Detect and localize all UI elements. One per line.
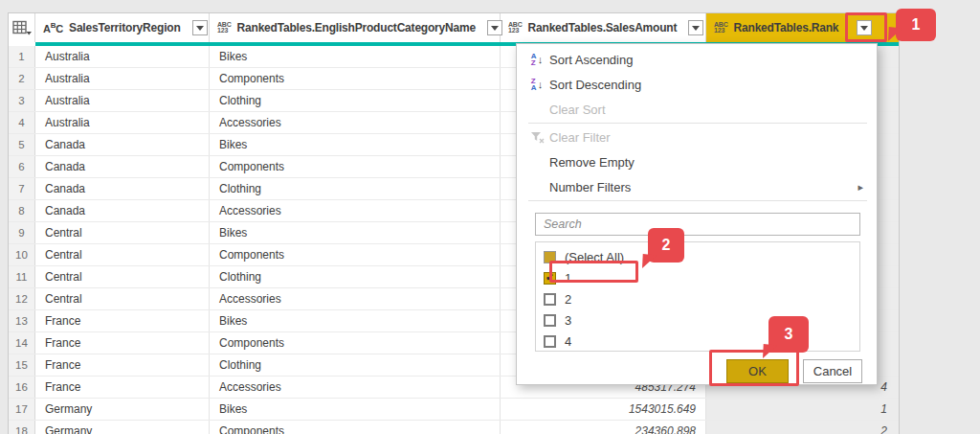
column-header-englishproductcategoryname[interactable]: ABC123 RankedTables.EnglishProductCatego… <box>210 13 501 42</box>
row-number[interactable]: 9 <box>9 222 35 243</box>
cell-region[interactable]: Canada <box>35 178 210 199</box>
cell-region[interactable]: Australia <box>35 90 210 111</box>
cell-region[interactable]: France <box>35 354 210 376</box>
cell-region[interactable]: Australia <box>35 68 210 89</box>
cell-region[interactable]: France <box>35 377 210 398</box>
row-number[interactable]: 6 <box>9 156 35 177</box>
cell-category[interactable]: Accessories <box>210 377 501 398</box>
row-number[interactable]: 5 <box>9 134 35 155</box>
cell-rank[interactable]: 2 <box>706 421 899 434</box>
filter-value-row[interactable]: ✔ 2 <box>536 288 859 309</box>
cell-region[interactable]: Germany <box>35 399 210 420</box>
row-number[interactable]: 8 <box>9 200 35 221</box>
annotation-step-1: 1 <box>896 9 936 41</box>
cell-salesamount[interactable]: 234360.898 <box>501 421 706 434</box>
menu-divider <box>528 123 867 124</box>
column-header-salesterritoryregion[interactable]: ABC SalesTerritoryRegion <box>35 13 210 42</box>
table-header-row: ABC SalesTerritoryRegion ABC123 RankedTa… <box>9 13 899 42</box>
row-number[interactable]: 1 <box>9 46 35 67</box>
row-number[interactable]: 12 <box>9 288 35 309</box>
cell-region[interactable]: France <box>35 310 210 331</box>
cell-region[interactable]: Canada <box>35 156 210 177</box>
filter-dropdown-button-amount[interactable] <box>688 20 703 35</box>
filter-search-input[interactable] <box>535 213 860 236</box>
cell-category[interactable]: Components <box>210 156 501 177</box>
filter-value-label: 2 <box>565 292 571 307</box>
any-type-icon: ABC123 <box>714 22 728 34</box>
table-row[interactable]: 17 Germany Bikes 1543015.649 1 <box>9 399 899 421</box>
cell-category[interactable]: Bikes <box>210 46 501 67</box>
cell-category[interactable]: Clothing <box>210 266 501 287</box>
cell-region[interactable]: Canada <box>35 134 210 155</box>
column-header-salesamount[interactable]: ABC123 RankedTables.SalesAmount <box>501 13 706 42</box>
cell-category[interactable]: Components <box>210 244 501 265</box>
table-corner-menu-button[interactable] <box>9 13 35 42</box>
cell-category[interactable]: Accessories <box>210 112 501 133</box>
filter-value-checkbox[interactable]: ✔ <box>544 335 556 348</box>
row-number[interactable]: 11 <box>9 266 35 287</box>
text-type-icon: ABC <box>43 21 63 34</box>
cell-region[interactable]: Central <box>35 222 210 243</box>
column-title: RankedTables.Rank <box>734 21 839 34</box>
table-row[interactable]: 18 Germany Components 234360.898 2 <box>9 421 899 434</box>
row-number[interactable]: 17 <box>9 399 35 420</box>
menu-item-sort-descending[interactable]: ZA↓ Sort Descending <box>517 72 877 97</box>
row-number[interactable]: 7 <box>9 178 35 199</box>
cell-region[interactable]: Canada <box>35 200 210 221</box>
filter-value-checkbox[interactable]: ✔ <box>544 314 556 327</box>
cell-region[interactable]: Australia <box>35 46 210 67</box>
cell-salesamount[interactable]: 1543015.649 <box>501 399 706 420</box>
column-title: RankedTables.SalesAmount <box>528 21 678 34</box>
row-number[interactable]: 14 <box>9 332 35 354</box>
submenu-arrow-icon: ▸ <box>858 181 863 194</box>
annotation-rect-value-1 <box>549 261 638 283</box>
cell-category[interactable]: Clothing <box>210 354 501 376</box>
sort-descending-icon: ZA↓ <box>528 78 546 91</box>
cell-region[interactable]: Central <box>35 244 210 265</box>
column-filter-menu: AZ↓ Sort Ascending ZA↓ Sort Descending C… <box>516 43 878 385</box>
cell-category[interactable]: Bikes <box>210 310 501 331</box>
cell-category[interactable]: Clothing <box>210 90 501 111</box>
cell-region[interactable]: Central <box>35 288 210 309</box>
menu-divider <box>528 200 867 201</box>
filter-value-label: 4 <box>565 334 571 349</box>
cell-region[interactable]: Australia <box>35 112 210 133</box>
cell-category[interactable]: Bikes <box>210 399 501 420</box>
row-number[interactable]: 15 <box>9 354 35 376</box>
row-number[interactable]: 3 <box>9 90 35 111</box>
filter-value-row[interactable]: ✔ 4 <box>536 331 859 352</box>
menu-item-sort-ascending[interactable]: AZ↓ Sort Ascending <box>517 47 877 72</box>
cell-category[interactable]: Components <box>210 421 501 434</box>
cell-category[interactable]: Accessories <box>210 288 501 309</box>
filter-dropdown-button-region[interactable] <box>192 20 208 35</box>
cell-category[interactable]: Components <box>210 332 501 354</box>
filter-value-row[interactable]: ✔ 3 <box>536 309 859 331</box>
cell-category[interactable]: Bikes <box>210 134 501 155</box>
cell-category[interactable]: Clothing <box>210 178 501 199</box>
cancel-button[interactable]: Cancel <box>803 359 862 383</box>
row-number[interactable]: 18 <box>9 421 35 434</box>
annotation-rect-ok <box>709 350 799 386</box>
cell-region[interactable]: Germany <box>35 421 210 434</box>
menu-item-clear-filter: Clear Filter <box>517 125 877 149</box>
cell-region[interactable]: France <box>35 332 210 354</box>
row-number[interactable]: 2 <box>9 68 35 89</box>
clear-filter-icon <box>528 131 546 144</box>
row-number[interactable]: 4 <box>9 112 35 133</box>
column-title: RankedTables.EnglishProductCategoryName <box>237 21 476 34</box>
menu-item-remove-empty[interactable]: Remove Empty <box>517 149 877 174</box>
cell-category[interactable]: Accessories <box>210 200 501 221</box>
menu-item-number-filters[interactable]: Number Filters ▸ <box>517 174 877 199</box>
cell-rank[interactable]: 1 <box>706 399 899 420</box>
filter-value-checkbox[interactable]: ✔ <box>544 293 556 306</box>
any-type-icon: ABC123 <box>217 22 232 34</box>
row-number[interactable]: 16 <box>9 377 35 398</box>
row-number[interactable]: 10 <box>9 244 35 265</box>
cell-region[interactable]: Central <box>35 266 210 287</box>
sort-ascending-icon: AZ↓ <box>528 53 546 66</box>
cell-category[interactable]: Components <box>210 68 501 89</box>
annotation-rect-dropdown <box>845 12 887 42</box>
row-number[interactable]: 13 <box>9 310 35 331</box>
cell-category[interactable]: Bikes <box>210 222 501 243</box>
column-title: SalesTerritoryRegion <box>69 21 180 34</box>
